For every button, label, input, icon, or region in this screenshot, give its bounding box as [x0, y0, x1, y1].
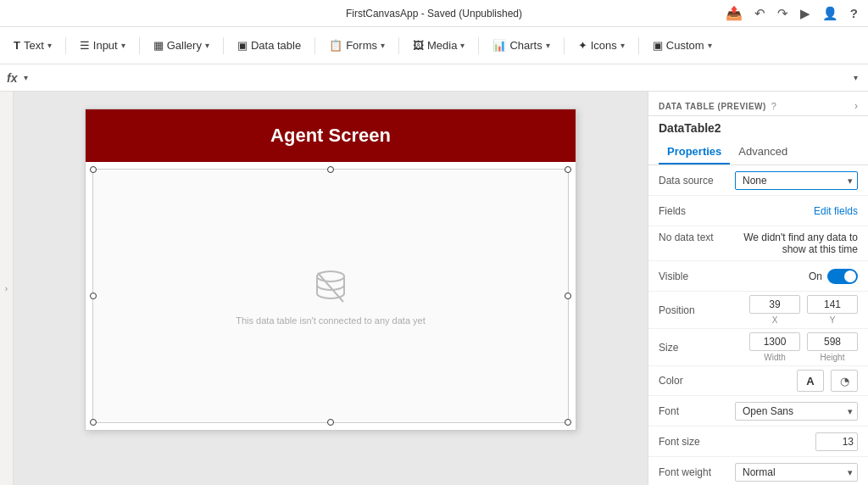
toolbar-input-label: Input [93, 39, 118, 52]
datatable-icon: ▣ [237, 39, 248, 52]
handle-top-center[interactable] [327, 166, 334, 173]
toolbar-media-btn[interactable]: 🖼 Media ▾ [406, 36, 471, 55]
toolbar-input-btn[interactable]: ☰ Input ▾ [73, 36, 132, 55]
handle-bottom-center[interactable] [327, 419, 334, 426]
toolbar-gallery-btn[interactable]: ▦ Gallery ▾ [147, 36, 216, 55]
divider-1 [65, 37, 66, 54]
formula-input[interactable] [35, 71, 847, 84]
icons-chevron-icon: ▾ [620, 41, 625, 50]
help-icon[interactable]: ? [850, 6, 858, 20]
font-size-label: Font size [659, 436, 735, 448]
data-source-dropdown[interactable]: None [735, 171, 858, 190]
toolbar-text-label: Text [24, 39, 44, 52]
panel-expand-icon[interactable]: › [854, 100, 858, 112]
text-chevron-icon: ▾ [47, 41, 52, 50]
tab-properties[interactable]: Properties [659, 140, 730, 164]
no-data-text-label: No data text [659, 231, 735, 243]
pos-x-input[interactable] [749, 295, 800, 314]
data-table-component[interactable]: This data table isn't connected to any d… [92, 169, 569, 423]
panel-header: DATA TABLE (PREVIEW) ? › [648, 92, 868, 116]
data-source-control: None [735, 171, 858, 190]
custom-icon: ▣ [653, 39, 663, 52]
divider-5 [398, 37, 399, 54]
share-icon[interactable]: 📤 [726, 5, 743, 21]
prop-no-data-text: No data text We didn't find any data to … [648, 226, 868, 261]
color-text-btn[interactable]: A [797, 370, 824, 392]
toolbar-forms-btn[interactable]: 📋 Forms ▾ [322, 36, 392, 55]
data-source-label: Data source [659, 175, 735, 187]
toolbar-icons-btn[interactable]: ✦ Icons ▾ [571, 36, 632, 55]
pos-y-field: Y [807, 295, 858, 325]
prop-data-source: Data source None [648, 165, 868, 196]
color-controls: A ◔ [797, 370, 858, 392]
divider-8 [638, 37, 639, 54]
handle-bottom-left[interactable] [90, 419, 97, 426]
visible-on-label: On [809, 270, 822, 282]
custom-chevron-icon: ▾ [708, 41, 712, 50]
formula-dropdown-icon[interactable]: ▾ [854, 73, 858, 82]
formula-chevron-icon: ▾ [24, 73, 28, 82]
database-icon [309, 266, 352, 309]
font-weight-dropdown-wrap: Normal [735, 463, 858, 482]
font-dropdown[interactable]: Open Sans [735, 402, 858, 421]
visible-toggle-wrap: On [809, 269, 858, 284]
size-height-input[interactable] [807, 332, 858, 351]
handle-top-left[interactable] [90, 166, 97, 173]
no-data-text-value: We didn't find any data to show at this … [742, 231, 858, 255]
toolbar-text-btn[interactable]: T Text ▾ [7, 36, 58, 55]
prop-visible: Visible On [648, 261, 868, 292]
font-size-input[interactable] [815, 432, 858, 451]
app-title: FirstCanvasApp - Saved (Unpublished) [346, 8, 522, 20]
pos-x-label: X [772, 315, 778, 325]
size-height-field: Height [807, 332, 858, 362]
size-width-input[interactable] [749, 332, 800, 351]
divider-2 [139, 37, 140, 54]
fields-control: Edit fields [735, 205, 858, 217]
play-icon[interactable]: ▶ [800, 6, 810, 21]
panel-tabs: Properties Advanced [648, 140, 868, 165]
undo-icon[interactable]: ↶ [754, 6, 765, 21]
toolbar-icons-label: Icons [591, 39, 617, 52]
handle-top-right[interactable] [565, 166, 571, 173]
no-data-text: This data table isn't connected to any d… [236, 315, 425, 326]
edit-fields-link[interactable]: Edit fields [814, 205, 858, 217]
font-dropdown-wrap: Open Sans [735, 402, 858, 421]
screen-header: Agent Screen [86, 109, 576, 162]
title-bar: FirstCanvasApp - Saved (Unpublished) 📤 ↶… [0, 0, 868, 27]
component-name: DataTable2 [648, 116, 868, 140]
panel-help-icon[interactable]: ? [771, 101, 776, 111]
pos-y-input[interactable] [807, 295, 858, 314]
toolbar-charts-btn[interactable]: 📊 Charts ▾ [486, 36, 556, 55]
color-label: Color [659, 375, 735, 387]
panel-title-row: DATA TABLE (PREVIEW) ? [659, 101, 776, 111]
gallery-chevron-icon: ▾ [205, 41, 209, 50]
media-chevron-icon: ▾ [460, 41, 465, 50]
tab-advanced[interactable]: Advanced [730, 140, 796, 164]
font-label: Font [659, 405, 735, 417]
media-icon: 🖼 [413, 39, 424, 52]
gallery-icon: ▦ [153, 39, 164, 52]
left-panel-collapse-btn[interactable]: › [0, 92, 14, 485]
visible-toggle[interactable] [827, 269, 858, 284]
canvas-area: Agent Screen [14, 92, 648, 485]
handle-bottom-right[interactable] [565, 419, 571, 426]
toolbar-forms-label: Forms [346, 39, 377, 52]
account-icon[interactable]: 👤 [822, 6, 838, 21]
toolbar-datatable-btn[interactable]: ▣ Data table [231, 36, 308, 55]
main-layout: › Agent Screen [0, 92, 868, 485]
font-size-control [735, 432, 858, 451]
toolbar-datatable-label: Data table [251, 39, 301, 52]
divider-4 [314, 37, 315, 54]
no-data-icon-area: This data table isn't connected to any d… [236, 266, 425, 326]
color-fill-btn[interactable]: ◔ [831, 370, 858, 392]
toolbar: T Text ▾ ☰ Input ▾ ▦ Gallery ▾ ▣ Data ta… [0, 27, 868, 64]
font-weight-dropdown[interactable]: Normal [735, 463, 858, 482]
handle-middle-left[interactable] [90, 293, 97, 299]
handle-middle-right[interactable] [565, 293, 571, 299]
toolbar-custom-btn[interactable]: ▣ Custom ▾ [646, 36, 719, 55]
input-icon: ☰ [80, 39, 90, 52]
formula-fx-icon: fx [7, 71, 17, 85]
redo-icon[interactable]: ↷ [777, 6, 788, 21]
font-weight-control: Normal [735, 463, 858, 482]
icons-icon: ✦ [578, 39, 587, 52]
